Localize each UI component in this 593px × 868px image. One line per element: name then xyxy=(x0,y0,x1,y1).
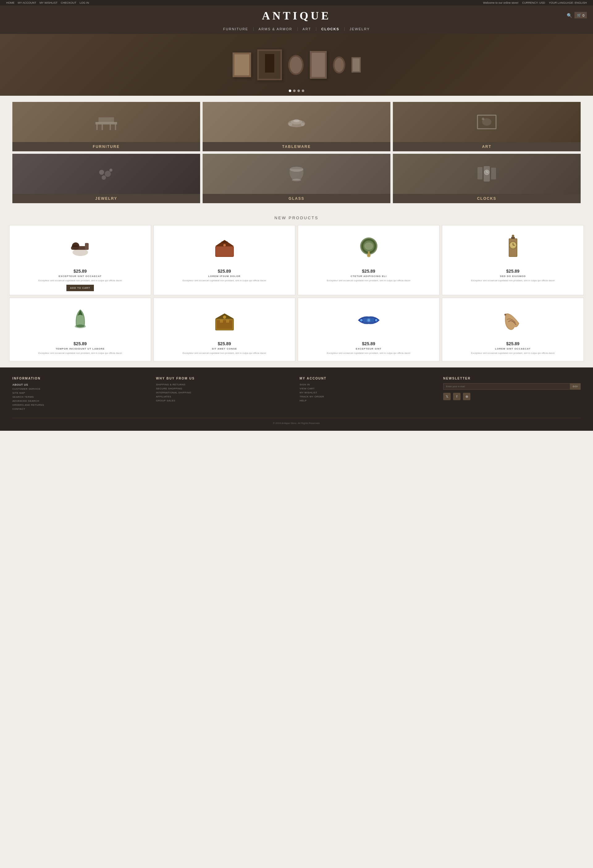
nav-art[interactable]: ART xyxy=(298,27,316,31)
footer-why-buy: WHY BUY FROM US SHIPPING & RETURNS SECUR… xyxy=(156,377,293,412)
svg-point-9 xyxy=(288,123,292,126)
product-card-7: $25.89 EXCEPTEUR SINT Excepteur sint occ… xyxy=(298,298,439,361)
product-name-8: LOREM SINT OCCAECAT xyxy=(446,347,580,350)
top-bar: HOME MY ACCOUNT MY WISHLIST CHECKOUT LOG… xyxy=(0,0,593,6)
svg-rect-54 xyxy=(217,320,232,329)
category-jewelry[interactable]: JEWELRY xyxy=(12,154,200,203)
top-bar-left: HOME MY ACCOUNT MY WISHLIST CHECKOUT LOG… xyxy=(6,1,92,4)
footer-bottom: © 2024 Antique Store. All Rights Reserve… xyxy=(12,418,581,425)
hero-dots xyxy=(289,90,304,92)
category-clocks[interactable]: CLOCKS xyxy=(393,154,581,203)
footer-contact[interactable]: CONTACT xyxy=(12,407,150,410)
dot-3[interactable] xyxy=(297,90,300,92)
footer-affiliates[interactable]: AFFILIATES xyxy=(156,395,293,398)
svg-rect-33 xyxy=(222,242,228,242)
nav-jewelry[interactable]: JEWELRY xyxy=(345,27,375,31)
frame-2 xyxy=(257,49,282,80)
hero-frames xyxy=(232,49,361,80)
newsletter-email-input[interactable] xyxy=(443,383,570,390)
nav-login[interactable]: LOG IN xyxy=(80,1,89,4)
social-icons: 𝕏 f ⊕ xyxy=(443,393,581,400)
frame-6 xyxy=(352,57,361,72)
nav-checkout[interactable]: CHECKOUT xyxy=(61,1,77,4)
nav-home[interactable]: HOME xyxy=(6,1,15,4)
category-glass-image xyxy=(203,154,390,194)
svg-rect-40 xyxy=(368,251,370,256)
product-price-1: $25.89 xyxy=(13,269,147,274)
nav-furniture[interactable]: FURNITURE xyxy=(218,27,254,31)
footer-group-sales[interactable]: GROUP SALES xyxy=(156,399,293,402)
svg-rect-25 xyxy=(491,168,496,179)
footer-advanced-search[interactable]: ADVANCED SEARCH xyxy=(12,400,150,402)
dot-2[interactable] xyxy=(293,90,296,92)
footer-view-cart[interactable]: VIEW CART xyxy=(300,387,437,390)
nav-wishlist[interactable]: MY WISHLIST xyxy=(40,1,58,4)
nav-myaccount[interactable]: MY ACCOUNT xyxy=(18,1,37,4)
product-card-5: $25.89 TEMPOR INCIDIDUNT UT LABORE Excep… xyxy=(9,298,151,361)
footer-my-wishlist[interactable]: MY WISHLIST xyxy=(300,391,437,394)
tableware-icon xyxy=(203,102,390,142)
footer-information-title: INFORMATION xyxy=(12,377,150,380)
svg-rect-1 xyxy=(96,124,98,130)
twitter-icon[interactable]: 𝕏 xyxy=(443,393,451,400)
add-to-cart-button-1[interactable]: ADD TO CART xyxy=(67,285,94,291)
dot-1[interactable] xyxy=(289,90,291,92)
newsletter-submit-button[interactable]: GO! xyxy=(570,383,581,390)
footer-track-order[interactable]: TRACK MY ORDER xyxy=(300,395,437,398)
footer-my-account-title: MY ACCOUNT xyxy=(300,377,437,380)
footer-secure-shopping[interactable]: SECURE SHOPPING xyxy=(156,387,293,390)
clocks-icon xyxy=(393,154,581,194)
svg-point-63 xyxy=(370,318,375,322)
product-price-3: $25.89 xyxy=(302,269,435,274)
category-clocks-image xyxy=(393,154,581,194)
product-price-4: $25.89 xyxy=(446,269,580,274)
facebook-icon[interactable]: f xyxy=(453,393,460,400)
cart-button[interactable]: 🛒 0 xyxy=(574,12,587,19)
footer-sign-in[interactable]: SIGN IN xyxy=(300,383,437,386)
main-navigation: FURNITURE ARMS & ARMOR ART CLOCKS JEWELR… xyxy=(0,25,593,34)
category-glass[interactable]: GLASS xyxy=(203,154,390,203)
svg-rect-56 xyxy=(220,320,223,323)
footer-search-terms[interactable]: SEARCH TERMS xyxy=(12,396,150,399)
welcome-text: Welcome to our online store! xyxy=(483,1,518,4)
svg-point-8 xyxy=(293,119,300,122)
footer-site-map[interactable]: SITE MAP xyxy=(12,391,150,394)
jewelry-icon xyxy=(12,154,200,194)
rss-icon[interactable]: ⊕ xyxy=(463,393,470,400)
frame-3 xyxy=(288,55,304,75)
new-products-title: NEW PRODUCTS xyxy=(9,216,584,220)
footer-about-us[interactable]: ABOUT US xyxy=(12,383,150,386)
footer-help[interactable]: HELP xyxy=(300,399,437,402)
category-furniture[interactable]: FURNITURE xyxy=(12,102,200,151)
category-grid: FURNITURE TABLEWARE xyxy=(12,102,581,203)
svg-rect-47 xyxy=(511,237,515,239)
nav-arms-armor[interactable]: ARMS & ARMOR xyxy=(254,27,298,31)
footer-grid: INFORMATION ABOUT US CUSTOMER SERVICE SI… xyxy=(12,377,581,412)
svg-point-13 xyxy=(482,118,484,120)
product-card-8: $25.89 LOREM SINT OCCAECAT Excepteur sin… xyxy=(442,298,584,361)
hero-content xyxy=(0,34,593,96)
product-name-3: CTETUR ADIPISCING ELI xyxy=(302,275,435,278)
language-selector[interactable]: YOUR LANGUAGE: ENGLISH xyxy=(549,1,587,4)
product-name-1: EXCEPTEUR SINT OCCAECAT xyxy=(13,275,147,278)
category-tableware[interactable]: TABLEWARE xyxy=(203,102,390,151)
svg-point-15 xyxy=(105,171,111,177)
footer-customer-service[interactable]: CUSTOMER SERVICE xyxy=(12,388,150,390)
category-art[interactable]: ART xyxy=(393,102,581,151)
footer-shipping-returns[interactable]: SHIPPING & RETURNS xyxy=(156,383,293,386)
footer-orders-returns[interactable]: ORDERS AND RETURNS xyxy=(12,404,150,406)
frame-1 xyxy=(232,53,251,77)
dot-4[interactable] xyxy=(302,90,304,92)
category-clocks-label: CLOCKS xyxy=(393,194,581,203)
header: ANTIQUE 🔍 🛒 0 xyxy=(0,6,593,25)
product-image-5 xyxy=(13,302,147,339)
product-price-6: $25.89 xyxy=(158,341,291,346)
product-desc-7: Excepteur sint occaecat cupidatat non pr… xyxy=(302,351,435,355)
product-desc-5: Excepteur sint occaecat cupidatat non pr… xyxy=(13,351,147,355)
currency-selector[interactable]: CURRENCY: USD xyxy=(522,1,545,4)
product-image-8 xyxy=(446,302,580,339)
search-icon-button[interactable]: 🔍 xyxy=(567,13,572,18)
new-products-section: NEW PRODUCTS $25.89 EXCEPTEUR SINT OCCAE… xyxy=(0,210,593,368)
nav-clocks[interactable]: CLOCKS xyxy=(316,27,345,31)
footer-international-shipping[interactable]: INTERNATIONAL SHIPPING xyxy=(156,391,293,394)
